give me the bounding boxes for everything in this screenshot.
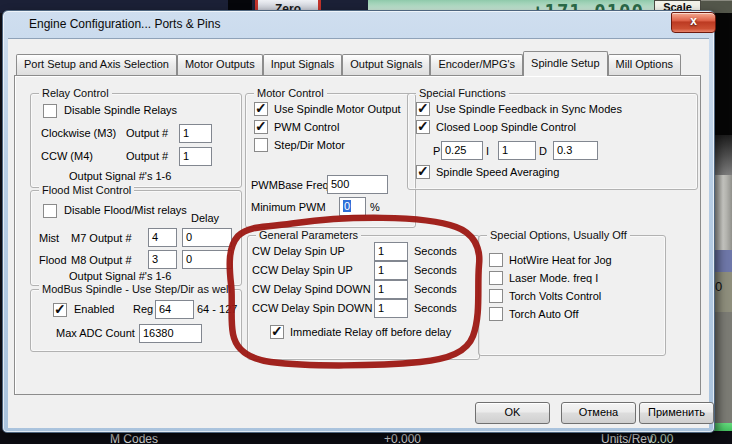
output-number-label: Output #	[126, 127, 168, 139]
flood-delay-field[interactable]: 0	[182, 250, 232, 269]
close-button[interactable]: x	[671, 12, 716, 33]
p-gain-field[interactable]: 0.25	[441, 141, 483, 160]
tab-port-setup[interactable]: Port Setup and Axis Selection	[16, 54, 177, 75]
relay-control-group: Relay Control Disable Spindle Relays Clo…	[30, 93, 242, 188]
checkbox-label: HotWire Heat for Jog	[509, 254, 612, 266]
use-spindle-motor-output-checkbox[interactable]	[254, 102, 268, 116]
screen: Zero +171.0100 Scale 0 M Codes +0.000 Un…	[0, 0, 732, 444]
special-functions-group: Special Functions Use Spindle Feedback i…	[407, 93, 698, 190]
cw-delay-spin-up-label: CW Delay Spin UP	[252, 245, 345, 257]
cw-delay-spin-down-label: CW Delay Spind DOWN	[252, 283, 371, 295]
output-number-label: Output #	[126, 150, 168, 162]
tab-motor-outputs[interactable]: Motor Outputs	[177, 54, 263, 75]
checkbox-label: Disable Spindle Relays	[64, 104, 177, 116]
tab-encoder-mpgs[interactable]: Encoder/MPG's	[430, 54, 523, 75]
hotwire-heat-checkbox[interactable]	[489, 253, 503, 267]
ccw-delay-spin-up-field[interactable]: 1	[374, 261, 408, 280]
ccw-output-field[interactable]: 1	[179, 147, 212, 166]
enabled-label: Enabled	[74, 303, 114, 315]
delay-header-label: Delay	[191, 212, 219, 224]
background-slider	[712, 175, 732, 250]
special-options-group: Special Options, Usually Off HotWire Hea…	[478, 235, 666, 356]
mist-delay-field[interactable]: 0	[182, 228, 232, 247]
checkbox-label: Use Spindle Motor Output	[274, 103, 401, 115]
disable-flood-mist-checkbox[interactable]	[43, 204, 57, 218]
modbus-enabled-checkbox[interactable]	[53, 303, 67, 317]
disable-spindle-relays-checkbox[interactable]	[43, 104, 57, 118]
max-adc-count-label: Max ADC Count	[56, 327, 135, 339]
immediate-relay-off-checkbox[interactable]	[270, 325, 284, 339]
reg-field[interactable]: 64	[155, 300, 194, 319]
reg-label: Reg	[133, 303, 153, 315]
checkbox-label: Immediate Relay off before delay	[290, 326, 451, 338]
d-label: D	[539, 145, 547, 157]
ccw-delay-spin-down-label: CCW Delay Spin DOWN	[252, 302, 372, 314]
spindle-feedback-checkbox[interactable]	[416, 102, 430, 116]
checkbox-label: Closed Loop Spindle Control	[436, 121, 576, 133]
minimum-pwm-field[interactable]: 0	[339, 197, 366, 216]
ccw-delay-spin-down-field[interactable]: 1	[374, 299, 408, 318]
group-title: Special Functions	[416, 87, 509, 99]
cw-delay-spin-up-field[interactable]: 1	[374, 242, 408, 261]
mist-label: Mist	[39, 232, 59, 244]
laser-mode-checkbox[interactable]	[489, 271, 503, 285]
d-gain-field[interactable]: 0.3	[553, 141, 598, 160]
checkbox-label: Step/Dir Motor	[274, 139, 345, 151]
step-dir-motor-checkbox[interactable]	[254, 138, 268, 152]
i-label: I	[486, 145, 489, 157]
dialog-client-area: Port Setup and Axis Selection Motor Outp…	[8, 38, 709, 428]
ccw-m4-label: CCW (M4)	[41, 150, 93, 162]
group-title: ModBus Spindle - Use Step/Dir as well	[39, 283, 234, 295]
flood-mist-control-group: Flood Mist Control Disable Flood/Mist re…	[30, 190, 242, 286]
mist-output-field[interactable]: 4	[148, 228, 177, 247]
m7-output-label: M7 Output #	[71, 232, 132, 244]
pwmbase-freq-field[interactable]: 500	[327, 175, 388, 194]
group-title: Relay Control	[39, 87, 112, 99]
cw-delay-spin-down-field[interactable]: 1	[374, 280, 408, 299]
group-title: Special Options, Usually Off	[487, 229, 630, 241]
group-title: Flood Mist Control	[39, 184, 134, 196]
general-parameters-group: General Parameters CW Delay Spin UP 1 Se…	[247, 235, 480, 360]
cancel-button[interactable]: Отмена	[561, 402, 636, 424]
checkbox-label: Spindle Speed Averaging	[436, 166, 559, 178]
seconds-label: Seconds	[414, 245, 457, 257]
p-label: P	[433, 145, 440, 157]
minimum-pwm-label: Minimum PWM	[251, 201, 326, 213]
cw-output-field[interactable]: 1	[179, 124, 212, 143]
tab-bar: Port Setup and Axis Selection Motor Outp…	[16, 51, 681, 75]
tab-spindle-setup[interactable]: Spindle Setup	[523, 51, 608, 76]
closed-loop-checkbox[interactable]	[416, 120, 430, 134]
close-icon: x	[672, 13, 715, 30]
output-signals-range-label: Output Signal #'s 1-6	[69, 270, 171, 282]
group-title: Motor Control	[254, 87, 327, 99]
background-right-strip: 0	[712, 13, 732, 444]
tab-input-signals[interactable]: Input Signals	[263, 54, 343, 75]
background-panel	[712, 250, 732, 272]
tab-output-signals[interactable]: Output Signals	[342, 54, 430, 75]
checkbox-label: Torch Auto Off	[509, 308, 579, 320]
flood-label: Flood	[39, 254, 67, 266]
seconds-label: Seconds	[414, 283, 457, 295]
seconds-label: Seconds	[414, 264, 457, 276]
m8-output-label: M8 Output #	[71, 254, 132, 266]
group-title: General Parameters	[256, 229, 361, 241]
apply-button[interactable]: Применить	[639, 402, 714, 424]
pwmbase-freq-label: PWMBase Freq.	[251, 179, 332, 191]
checkbox-label: PWM Control	[274, 121, 339, 133]
reg-range-label: 64 - 127	[197, 303, 237, 315]
flood-output-field[interactable]: 3	[148, 250, 177, 269]
tab-mill-options[interactable]: Mill Options	[608, 54, 681, 75]
checkbox-label: Torch Volts Control	[509, 290, 601, 302]
checkbox-label: Use Spindle Feedback in Sync Modes	[436, 103, 622, 115]
max-adc-count-field[interactable]: 16380	[139, 324, 202, 343]
checkbox-label: Laser Mode. freq I	[509, 272, 598, 284]
dialog-title: Engine Configuration... Ports & Pins	[29, 17, 220, 31]
modbus-spindle-group: ModBus Spindle - Use Step/Dir as well En…	[30, 289, 242, 352]
torch-auto-off-checkbox[interactable]	[489, 307, 503, 321]
spindle-speed-averaging-checkbox[interactable]	[416, 165, 430, 179]
torch-volts-checkbox[interactable]	[489, 289, 503, 303]
i-gain-field[interactable]: 1	[498, 141, 536, 160]
pwm-control-checkbox[interactable]	[254, 120, 268, 134]
ok-button[interactable]: OK	[475, 402, 550, 424]
percent-label: %	[370, 201, 380, 213]
